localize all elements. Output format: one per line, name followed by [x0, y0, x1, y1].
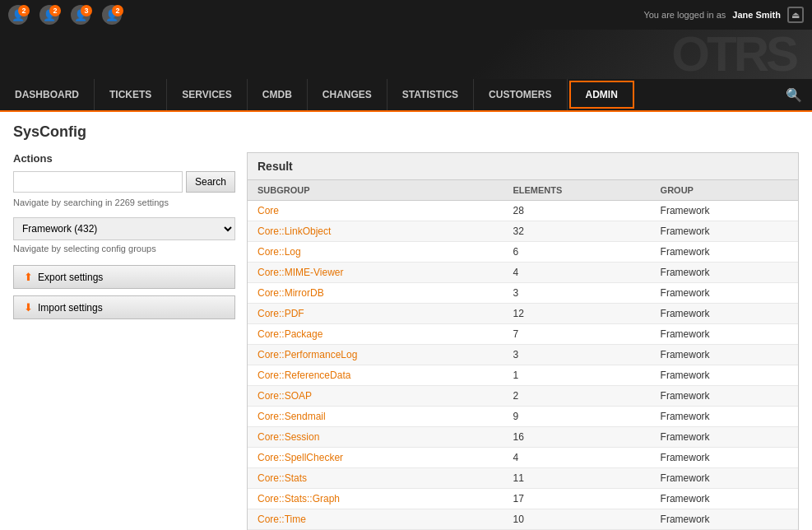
import-icon: ⬇: [24, 301, 33, 314]
elements-cell: 4: [503, 448, 650, 468]
group-cell: Framework: [651, 407, 798, 427]
elements-cell: 3: [503, 283, 650, 304]
elements-cell: 12: [503, 304, 650, 324]
result-panel: Result SUBGROUP ELEMENTS GROUP Core28Fra…: [247, 152, 799, 530]
subgroup-cell[interactable]: Core::SOAP: [248, 386, 503, 407]
subgroup-cell[interactable]: Core::Sendmail: [248, 407, 503, 427]
group-cell: Framework: [651, 221, 798, 242]
elements-cell: 3: [503, 345, 650, 365]
table-row: Core::Time10Framework: [248, 509, 798, 530]
subgroup-cell[interactable]: Core::SpellChecker: [248, 448, 503, 468]
table-row: Core::SOAP2Framework: [248, 386, 798, 407]
elements-cell: 6: [503, 242, 650, 263]
group-cell: Framework: [651, 304, 798, 324]
elements-cell: 10: [503, 509, 650, 530]
group-cell: Framework: [651, 242, 798, 263]
elements-cell: 2: [503, 386, 650, 407]
col-subgroup: SUBGROUP: [248, 180, 503, 201]
subgroup-cell[interactable]: Core::Stats: [248, 468, 503, 489]
group-cell: Framework: [651, 448, 798, 468]
nav: DASHBOARD TICKETS SERVICES CMDB CHANGES …: [0, 79, 812, 112]
nav-item-tickets[interactable]: TICKETS: [95, 79, 167, 110]
search-hint: Navigate by searching in 2269 settings: [13, 198, 235, 207]
main-layout: Actions Search Navigate by searching in …: [13, 152, 799, 530]
top-bar-right: You are logged in as Jane Smith ⏏: [643, 7, 804, 23]
nav-search-area[interactable]: 🔍: [776, 87, 812, 103]
nav-item-statistics[interactable]: STATISTICS: [387, 79, 474, 110]
brand-logo: OTRS: [671, 26, 796, 82]
group-cell: Framework: [651, 263, 798, 283]
subgroup-cell[interactable]: Core::Stats::Graph: [248, 489, 503, 509]
table-row: Core::Session16Framework: [248, 427, 798, 448]
nav-item-cmdb[interactable]: CMDB: [248, 79, 308, 110]
table-row: Core::MirrorDB3Framework: [248, 283, 798, 304]
subgroup-cell[interactable]: Core::Log: [248, 242, 503, 263]
table-row: Core::PerformanceLog3Framework: [248, 345, 798, 365]
elements-cell: 4: [503, 263, 650, 283]
export-settings-button[interactable]: ⬆ Export settings: [13, 265, 235, 289]
nav-item-services[interactable]: SERVICES: [167, 79, 247, 110]
subgroup-cell[interactable]: Core::PerformanceLog: [248, 345, 503, 365]
page-content: SysConfig Actions Search Navigate by sea…: [0, 112, 812, 530]
avatar-group-4[interactable]: 👤 2: [102, 5, 122, 25]
avatar-group-2[interactable]: 👤 2: [39, 5, 59, 25]
subgroup-cell[interactable]: Core::MIME-Viewer: [248, 263, 503, 283]
table-row: Core::Package7Framework: [248, 324, 798, 345]
export-label: Export settings: [38, 272, 103, 283]
elements-cell: 32: [503, 221, 650, 242]
sidebar: Actions Search Navigate by searching in …: [13, 152, 235, 530]
search-input[interactable]: [13, 171, 183, 193]
page-title: SysConfig: [13, 123, 799, 141]
nav-item-admin[interactable]: ADMIN: [569, 81, 634, 109]
table-row: Core::Stats11Framework: [248, 468, 798, 489]
group-cell: Framework: [651, 345, 798, 365]
table-row: Core::MIME-Viewer4Framework: [248, 263, 798, 283]
power-button[interactable]: ⏏: [787, 7, 804, 23]
table-row: Core::LinkObject32Framework: [248, 221, 798, 242]
badge-1: 2: [18, 5, 30, 16]
subgroup-cell[interactable]: Core::Time: [248, 509, 503, 530]
brand-area: OTRS: [0, 30, 812, 79]
table-row: Core::Sendmail9Framework: [248, 407, 798, 427]
col-group: GROUP: [651, 180, 798, 201]
col-elements: ELEMENTS: [503, 180, 650, 201]
subgroup-cell[interactable]: Core: [248, 201, 503, 221]
group-select[interactable]: Framework (432)Ticket (512)ITSM (243): [13, 217, 235, 240]
result-tbody: Core28FrameworkCore::LinkObject32Framewo…: [248, 201, 798, 531]
subgroup-cell[interactable]: Core::LinkObject: [248, 221, 503, 242]
badge-3: 3: [81, 5, 92, 16]
elements-cell: 1: [503, 365, 650, 386]
group-cell: Framework: [651, 509, 798, 530]
logged-in-text: You are logged in as: [643, 10, 726, 20]
nav-item-changes[interactable]: CHANGES: [308, 79, 387, 110]
top-bar-left: 👤 2 👤 2 👤 3 👤 2: [8, 5, 128, 25]
search-button[interactable]: Search: [186, 171, 235, 193]
nav-item-customers[interactable]: CUSTOMERS: [474, 79, 567, 110]
table-row: Core::Log6Framework: [248, 242, 798, 263]
search-icon[interactable]: 🔍: [786, 87, 802, 103]
group-cell: Framework: [651, 365, 798, 386]
group-cell: Framework: [651, 283, 798, 304]
select-hint: Navigate by selecting config groups: [13, 244, 235, 253]
table-row: Core::SpellChecker4Framework: [248, 448, 798, 468]
avatar-group-1[interactable]: 👤 2: [8, 5, 28, 25]
search-row: Search: [13, 171, 235, 193]
table-row: Core::PDF12Framework: [248, 304, 798, 324]
elements-cell: 9: [503, 407, 650, 427]
subgroup-cell[interactable]: Core::Package: [248, 324, 503, 345]
group-cell: Framework: [651, 386, 798, 407]
subgroup-cell[interactable]: Core::MirrorDB: [248, 283, 503, 304]
export-icon: ⬆: [24, 271, 33, 283]
table-row: Core::ReferenceData1Framework: [248, 365, 798, 386]
nav-item-dashboard[interactable]: DASHBOARD: [0, 79, 95, 110]
actions-title: Actions: [13, 152, 235, 165]
import-settings-button[interactable]: ⬇ Import settings: [13, 295, 235, 319]
result-header: Result: [248, 153, 798, 180]
group-cell: Framework: [651, 201, 798, 221]
subgroup-cell[interactable]: Core::PDF: [248, 304, 503, 324]
user-name: Jane Smith: [732, 10, 781, 20]
avatar-group-3[interactable]: 👤 3: [71, 5, 90, 25]
subgroup-cell[interactable]: Core::Session: [248, 427, 503, 448]
group-cell: Framework: [651, 324, 798, 345]
subgroup-cell[interactable]: Core::ReferenceData: [248, 365, 503, 386]
